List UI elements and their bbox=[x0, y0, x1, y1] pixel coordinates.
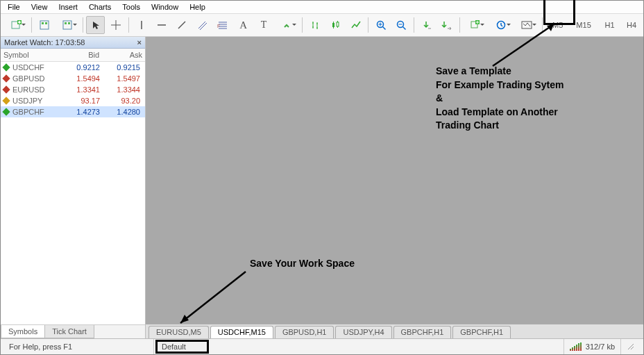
cursor-tool[interactable] bbox=[86, 16, 105, 34]
connection-status: 312/7 kb bbox=[564, 339, 621, 354]
market-watch-panel: Market Watch: 17:03:58 × Symbol Bid Ask … bbox=[1, 37, 146, 338]
market-watch-row[interactable]: USDJPY93.1793.20 bbox=[1, 95, 145, 106]
market-watch-row[interactable]: EURUSD1.33411.3344 bbox=[1, 84, 145, 95]
candlestick-button[interactable] bbox=[326, 16, 345, 34]
text-label-tool[interactable]: T bbox=[254, 16, 273, 34]
symbol-cell: GBPUSD bbox=[12, 74, 60, 83]
svg-rect-4 bbox=[45, 22, 47, 24]
status-help: For Help, press F1 bbox=[3, 339, 154, 354]
col-ask[interactable]: Ask bbox=[102, 49, 145, 61]
menu-charts[interactable]: Charts bbox=[89, 3, 111, 11]
main-area: Market Watch: 17:03:58 × Symbol Bid Ask … bbox=[1, 37, 643, 338]
bid-cell: 1.5494 bbox=[60, 74, 100, 83]
chart-tab[interactable]: USDCHF,M15 bbox=[210, 326, 273, 338]
symbol-cell: USDJPY bbox=[12, 97, 60, 105]
market-watch-tabs: Symbols Tick Chart bbox=[1, 324, 145, 338]
market-watch-row[interactable]: USDCHF0.92120.9215 bbox=[1, 62, 145, 73]
periodicity-button[interactable] bbox=[489, 16, 513, 34]
chart-tab[interactable]: EURUSD,M5 bbox=[149, 326, 209, 338]
svg-line-19 bbox=[180, 272, 246, 323]
menu-view[interactable]: View bbox=[31, 3, 48, 11]
symbol-cell: GBPCHF bbox=[12, 108, 60, 116]
col-symbol[interactable]: Symbol bbox=[1, 49, 59, 61]
bid-cell: 1.4273 bbox=[60, 108, 100, 116]
bid-cell: 93.17 bbox=[60, 97, 100, 105]
menu-insert[interactable]: Insert bbox=[58, 3, 78, 11]
chart-shift-button[interactable] bbox=[438, 16, 457, 34]
col-bid[interactable]: Bid bbox=[59, 49, 102, 61]
market-watch-row[interactable]: GBPCHF1.42731.4280 bbox=[1, 106, 145, 117]
chart-tab[interactable]: GBPCHF,H1 bbox=[452, 326, 511, 338]
tab-tick-chart[interactable]: Tick Chart bbox=[44, 325, 94, 338]
svg-rect-5 bbox=[63, 21, 71, 29]
direction-icon bbox=[2, 108, 10, 115]
svg-rect-7 bbox=[68, 22, 70, 24]
svg-rect-6 bbox=[65, 22, 67, 24]
ask-cell: 1.4280 bbox=[100, 108, 140, 116]
direction-icon bbox=[2, 97, 10, 104]
annotation-workspace: Save Your Work Space bbox=[250, 257, 355, 271]
crosshair-tool[interactable] bbox=[106, 16, 125, 34]
close-icon[interactable]: × bbox=[137, 38, 142, 47]
app-window: File View Insert Charts Tools Window Hel… bbox=[0, 0, 644, 355]
timeframe-m15[interactable]: M15 bbox=[571, 16, 595, 34]
ask-cell: 1.5497 bbox=[100, 74, 140, 83]
arrows-tool[interactable] bbox=[275, 16, 299, 34]
svg-marker-20 bbox=[180, 315, 189, 323]
market-watch-row[interactable]: GBPUSD1.54941.5497 bbox=[1, 73, 145, 84]
menu-help[interactable]: Help bbox=[189, 3, 205, 11]
market-watch-title-bar: Market Watch: 17:03:58 × bbox=[1, 37, 145, 49]
svg-text:F: F bbox=[217, 24, 220, 28]
indicators-button[interactable] bbox=[463, 16, 487, 34]
menu-window[interactable]: Window bbox=[151, 3, 178, 11]
bid-cell: 1.3341 bbox=[60, 85, 100, 94]
timeframe-h4[interactable]: H4 bbox=[623, 16, 640, 34]
status-bar: For Help, press F1 Default 312/7 kb bbox=[1, 338, 643, 354]
new-chart-button[interactable] bbox=[4, 16, 28, 34]
menu-bar: File View Insert Charts Tools Window Hel… bbox=[1, 1, 643, 14]
menu-tools[interactable]: Tools bbox=[122, 3, 140, 11]
text-tool[interactable]: A bbox=[234, 16, 253, 34]
svg-rect-9 bbox=[332, 23, 334, 27]
auto-scroll-button[interactable] bbox=[417, 16, 436, 34]
toolbar: F A T bbox=[1, 14, 643, 37]
arrow-to-profile bbox=[172, 267, 255, 330]
fibonacci-tool[interactable]: F bbox=[214, 16, 232, 34]
equidistant-channel-tool[interactable] bbox=[193, 16, 212, 34]
zoom-out-button[interactable] bbox=[392, 16, 411, 34]
market-watch-header: Symbol Bid Ask bbox=[1, 49, 145, 62]
timeframe-h1[interactable]: H1 bbox=[598, 16, 622, 34]
chart-tab[interactable]: GBPCHF,H1 bbox=[393, 326, 452, 338]
market-watch-rows: USDCHF0.92120.9215GBPUSD1.54941.5497EURU… bbox=[1, 62, 145, 324]
templates-button[interactable] bbox=[515, 16, 539, 34]
chart-tab[interactable]: GBPUSD,H1 bbox=[275, 326, 334, 338]
symbol-cell: USDCHF bbox=[12, 63, 60, 72]
traffic-text: 312/7 kb bbox=[586, 342, 615, 351]
direction-icon bbox=[2, 63, 10, 71]
profiles-button[interactable] bbox=[35, 16, 53, 34]
ask-cell: 1.3344 bbox=[100, 85, 140, 94]
tab-symbols[interactable]: Symbols bbox=[1, 325, 45, 338]
vertical-line-tool[interactable] bbox=[132, 16, 151, 34]
trendline-tool[interactable] bbox=[173, 16, 192, 34]
chart-workspace: Save a Template For Example Trading Syte… bbox=[146, 37, 643, 338]
profile-name[interactable]: Default bbox=[155, 340, 209, 354]
menu-file[interactable]: File bbox=[8, 3, 20, 11]
direction-icon bbox=[2, 85, 10, 93]
line-chart-button[interactable] bbox=[346, 16, 365, 34]
chart-tab[interactable]: USDJPY,H4 bbox=[335, 326, 391, 338]
zoom-in-button[interactable] bbox=[371, 16, 390, 34]
profiles-dropdown[interactable] bbox=[56, 16, 80, 34]
horizontal-line-tool[interactable] bbox=[152, 16, 171, 34]
svg-rect-10 bbox=[337, 22, 339, 26]
svg-rect-3 bbox=[42, 22, 44, 24]
svg-rect-16 bbox=[522, 22, 532, 28]
timeframe-m5[interactable]: M5 bbox=[545, 16, 570, 34]
chart-tabs: EURUSD,M5USDCHF,M15GBPUSD,H1USDJPY,H4GBP… bbox=[146, 324, 643, 338]
market-watch-title: Market Watch: 17:03:58 bbox=[4, 38, 85, 47]
chart-area[interactable]: Save a Template For Example Trading Syte… bbox=[146, 37, 643, 324]
annotation-template: Save a Template For Example Trading Syte… bbox=[436, 65, 564, 133]
bar-chart-button[interactable] bbox=[305, 16, 324, 34]
ask-cell: 0.9215 bbox=[100, 63, 140, 72]
resize-grip[interactable] bbox=[621, 339, 641, 354]
